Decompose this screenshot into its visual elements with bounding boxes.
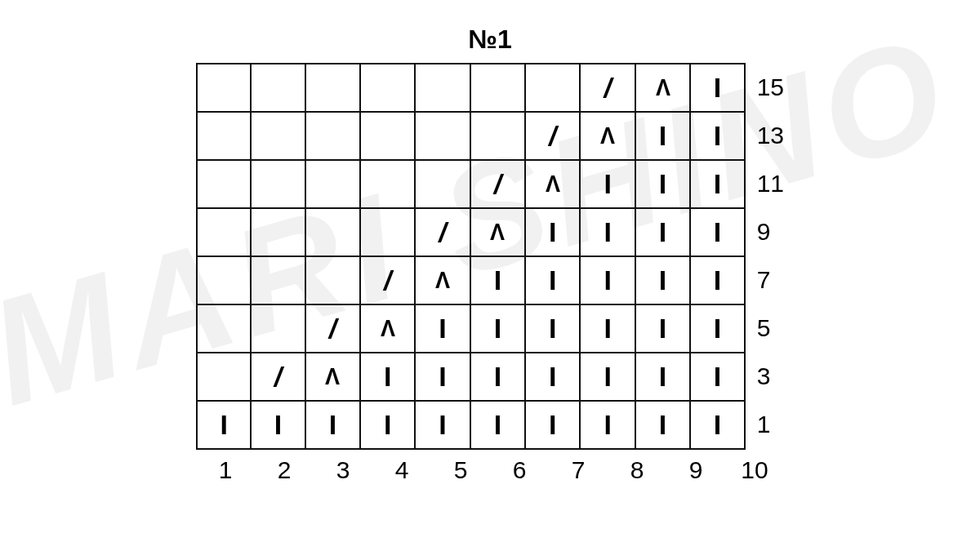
- knit-symbol: I: [604, 218, 611, 246]
- knit-symbol: I: [549, 314, 556, 342]
- grid-cell: [305, 208, 360, 256]
- lambda-symbol: Λ: [546, 171, 560, 196]
- column-label: 5: [431, 456, 490, 484]
- grid-cell: [360, 64, 415, 112]
- grid-cell: [305, 112, 360, 160]
- grid-cell: I: [470, 353, 525, 401]
- grid-cell: [470, 112, 525, 160]
- chart-title: №1: [196, 24, 784, 55]
- grid-cell: /: [360, 256, 415, 304]
- knit-symbol: I: [549, 266, 556, 294]
- grid-cell: [360, 160, 415, 208]
- knit-symbol: I: [604, 266, 611, 294]
- lambda-symbol: Λ: [490, 220, 505, 244]
- grid-cell: I: [635, 112, 690, 160]
- grid-cell: [251, 160, 305, 208]
- column-label: 1: [196, 456, 255, 484]
- grid-cell: I: [690, 256, 744, 304]
- slash-symbol: /: [549, 122, 556, 149]
- knit-symbol: I: [220, 411, 227, 438]
- chart-container: №1 /ΛI/ΛII/ΛIII/ΛIIII/ΛIIIII/ΛIIIIII/ΛII…: [196, 24, 784, 484]
- knit-symbol: I: [384, 362, 391, 390]
- grid-cell: I: [470, 304, 525, 353]
- knit-symbol: I: [494, 411, 501, 438]
- grid-cell: I: [690, 160, 744, 208]
- grid-cell: I: [635, 256, 690, 304]
- grid-cell: I: [251, 401, 305, 449]
- knit-symbol: I: [549, 411, 556, 438]
- grid-cell: [305, 64, 360, 112]
- knit-symbol: I: [714, 362, 721, 390]
- column-label: 6: [490, 456, 549, 484]
- grid-cell: Λ: [470, 208, 525, 256]
- grid-cell: [415, 64, 470, 112]
- grid-cell: I: [690, 208, 744, 256]
- grid-cell: [415, 160, 470, 208]
- knit-symbol: I: [714, 266, 721, 294]
- row-label: 7: [757, 256, 784, 304]
- knit-symbol: I: [439, 314, 446, 342]
- knit-symbol: I: [659, 218, 666, 246]
- grid-cell: I: [580, 208, 635, 256]
- column-label: 7: [549, 456, 608, 484]
- column-label: 10: [725, 456, 784, 484]
- slash-symbol: /: [274, 362, 282, 390]
- grid-cell: [305, 256, 360, 304]
- knit-symbol: I: [439, 362, 446, 390]
- column-label: 9: [666, 456, 725, 484]
- grid-cell: Λ: [305, 353, 360, 401]
- knit-symbol: I: [604, 170, 611, 198]
- grid-cell: I: [690, 304, 744, 353]
- lambda-symbol: Λ: [325, 364, 340, 389]
- grid-cell: I: [635, 353, 690, 401]
- column-label: 4: [372, 456, 431, 484]
- column-labels-bottom: 12345678910: [196, 456, 784, 484]
- row-label: 15: [757, 63, 784, 111]
- grid-cell: I: [415, 304, 470, 353]
- grid-cell: I: [580, 160, 635, 208]
- grid-cell: [305, 160, 360, 208]
- grid-cell: [251, 304, 305, 353]
- row-label: 3: [757, 352, 784, 400]
- row-label: 1: [757, 400, 784, 448]
- grid-cell: I: [525, 256, 580, 304]
- grid-cell: [360, 112, 415, 160]
- grid-cell: [197, 304, 251, 353]
- knit-symbol: I: [714, 73, 721, 101]
- grid-cell: I: [635, 208, 690, 256]
- grid-cell: I: [690, 401, 744, 449]
- knit-symbol: I: [274, 411, 282, 438]
- grid-row: /ΛIII: [197, 160, 745, 208]
- grid-cell: I: [470, 401, 525, 449]
- grid-cell: I: [580, 401, 635, 449]
- grid-cell: I: [580, 256, 635, 304]
- grid-cell: Λ: [580, 112, 635, 160]
- grid-cell: I: [305, 401, 360, 449]
- grid-cell: [197, 64, 251, 112]
- grid-cell: /: [305, 304, 360, 353]
- knit-symbol: I: [494, 266, 501, 294]
- grid-cell: I: [525, 208, 580, 256]
- slash-symbol: /: [604, 73, 611, 101]
- column-label: 8: [608, 456, 666, 484]
- knit-symbol: I: [659, 411, 666, 438]
- grid-cell: Λ: [525, 160, 580, 208]
- slash-symbol: /: [439, 218, 446, 246]
- grid-cell: /: [580, 64, 635, 112]
- row-label: 13: [757, 111, 784, 159]
- grid-row: /ΛIIIIIII: [197, 353, 745, 401]
- grid-cell: Λ: [635, 64, 690, 112]
- grid-cell: /: [525, 112, 580, 160]
- grid-cell: [251, 112, 305, 160]
- lambda-symbol: Λ: [656, 75, 670, 100]
- knit-symbol: I: [604, 362, 611, 390]
- grid-cell: /: [251, 353, 305, 401]
- column-label: 3: [314, 456, 372, 484]
- grid-cell: I: [197, 401, 251, 449]
- knit-symbol: I: [659, 362, 666, 390]
- grid-row: /ΛIIII: [197, 208, 745, 256]
- row-label: 5: [757, 304, 784, 352]
- knit-symbol: I: [659, 122, 666, 149]
- grid-cell: I: [580, 304, 635, 353]
- grid-cell: I: [525, 401, 580, 449]
